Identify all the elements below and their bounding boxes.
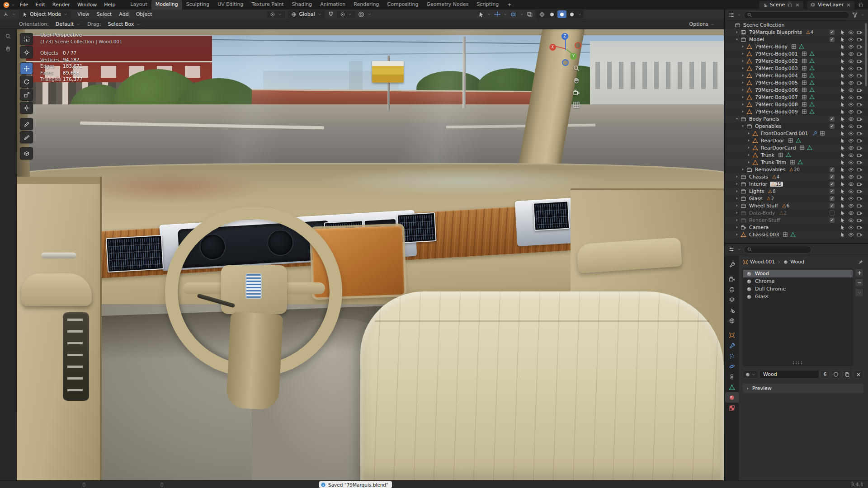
tri-right-icon[interactable] — [741, 52, 745, 56]
tri-right-icon[interactable] — [741, 95, 745, 99]
pointer-icon[interactable] — [840, 174, 845, 180]
tri-right-icon[interactable] — [735, 174, 739, 179]
eye-icon[interactable] — [848, 58, 854, 64]
pointer-icon[interactable] — [840, 188, 845, 194]
shading-rendered-button[interactable] — [567, 10, 576, 18]
pointer-icon[interactable] — [840, 44, 845, 50]
shading-chevron-icon[interactable] — [577, 12, 582, 17]
3d-scene[interactable]: User Perspective (173) Scene Collection … — [17, 29, 724, 481]
outliner-item-79merc-body-005[interactable]: 79Merc-Body.005 — [725, 79, 868, 86]
properties-editor-type-icon[interactable] — [728, 246, 735, 253]
outliner-scrollbar[interactable] — [865, 23, 867, 86]
material-slot-chrome[interactable]: Chrome — [743, 277, 853, 285]
strip-search-icon[interactable] — [5, 33, 11, 39]
pointer-icon[interactable] — [840, 58, 845, 64]
camera-vis-icon[interactable] — [857, 181, 863, 187]
pointer-icon[interactable] — [840, 51, 845, 57]
tool-annotate[interactable] — [20, 118, 33, 130]
workspace-tab-texture-paint[interactable]: Texture Paint — [248, 0, 288, 9]
eye-icon[interactable] — [848, 123, 854, 129]
pointer-icon[interactable] — [840, 73, 845, 79]
overlays-chevron-icon[interactable] — [519, 12, 524, 17]
strip-hand-icon[interactable] — [5, 46, 11, 52]
viewport-menu-add[interactable]: Add — [115, 10, 132, 18]
properties-tab-output[interactable] — [725, 284, 739, 295]
eye-icon[interactable] — [848, 87, 854, 93]
exclude-checkbox[interactable] — [830, 211, 835, 216]
gizmo-z-axis[interactable]: Z — [561, 33, 568, 40]
properties-tab-render[interactable] — [725, 274, 739, 284]
preview-panel-header[interactable]: Preview — [743, 384, 863, 393]
tri-down-icon[interactable] — [735, 37, 739, 42]
tool-transform[interactable] — [20, 102, 33, 114]
pan-icon[interactable] — [573, 77, 580, 84]
selectability-chevron-icon[interactable] — [487, 12, 491, 17]
exclude-checkbox[interactable]: ✓ — [830, 196, 835, 201]
fake-user-button[interactable] — [831, 370, 841, 379]
pointer-icon[interactable] — [840, 116, 845, 122]
tri-right-icon[interactable] — [741, 73, 745, 78]
outliner-item-wheel-stuff[interactable]: Wheel Stuff6✓ — [725, 202, 868, 209]
tool-cursor[interactable] — [20, 46, 33, 58]
properties-tab-world[interactable] — [725, 315, 739, 326]
outliner-item-openables[interactable]: Openables✓ — [725, 122, 868, 130]
blender-logo-icon[interactable] — [3, 1, 10, 9]
eye-icon[interactable] — [848, 51, 854, 57]
eye-icon[interactable] — [848, 29, 854, 35]
tri-right-icon[interactable] — [746, 145, 751, 150]
pointer-icon[interactable] — [840, 196, 845, 202]
pointer-icon[interactable] — [840, 123, 845, 129]
camera-vis-icon[interactable] — [857, 87, 863, 93]
menu-render[interactable]: Render — [49, 1, 74, 9]
camera-vis-icon[interactable] — [857, 116, 863, 122]
workspace-tab-modeling[interactable]: Modeling — [151, 0, 182, 9]
eye-icon[interactable] — [848, 94, 854, 100]
properties-tab-scene[interactable] — [725, 305, 739, 315]
outliner-item-79merc-body-003[interactable]: 79Merc-Body.003 — [725, 65, 868, 72]
eye-icon[interactable] — [848, 174, 854, 180]
camera-vis-icon[interactable] — [857, 152, 863, 158]
outliner-item-79merc-body-009[interactable]: 79Merc-Body.009 — [725, 108, 868, 115]
tri-right-icon[interactable] — [735, 218, 739, 222]
tool-measure[interactable] — [20, 131, 33, 143]
eye-icon[interactable] — [848, 196, 854, 202]
options-dropdown[interactable]: Options — [689, 21, 715, 27]
camera-vis-icon[interactable] — [857, 29, 863, 35]
properties-tab-material[interactable] — [725, 392, 739, 403]
properties-tab-object[interactable] — [725, 330, 739, 340]
eye-icon[interactable] — [848, 44, 854, 50]
proportional-chevron-icon[interactable] — [367, 12, 372, 17]
outliner-item-reardoorcard[interactable]: RearDoorCard — [725, 144, 868, 151]
properties-tab-modifiers[interactable] — [725, 340, 739, 351]
outliner-item-frontdoorcard-001[interactable]: FrontDoorCard.001 — [725, 130, 868, 137]
workspace-tab-scripting[interactable]: Scripting — [472, 0, 503, 9]
workspace-tab-shading[interactable]: Shading — [288, 0, 316, 9]
editor-type-chevron-icon[interactable] — [12, 12, 16, 17]
tri-down-icon[interactable] — [735, 117, 739, 121]
menu-edit[interactable]: Edit — [32, 1, 48, 9]
tri-right-icon[interactable] — [735, 211, 739, 215]
tool-select-box[interactable] — [20, 33, 33, 45]
pointer-icon[interactable] — [840, 232, 845, 238]
app-menu-chevron-icon[interactable] — [11, 3, 15, 7]
editor-type-icon[interactable] — [3, 11, 9, 18]
outliner-filter-icon[interactable] — [852, 12, 858, 18]
eye-icon[interactable] — [848, 116, 854, 122]
pointer-icon[interactable] — [840, 102, 845, 108]
snap-toggle-icon[interactable] — [328, 11, 334, 18]
outliner-item-interior[interactable]: Interior15✓ — [725, 180, 868, 188]
outliner-item-79merc-body-008[interactable]: 79Merc-Body.008 — [725, 101, 868, 108]
pointer-icon[interactable] — [840, 210, 845, 216]
camera-vis-icon[interactable] — [857, 210, 863, 216]
zoom-icon[interactable] — [573, 65, 580, 72]
transform-pivot-selector[interactable] — [267, 11, 285, 18]
outliner-item-chassis[interactable]: Chassis4✓ — [725, 173, 868, 180]
camera-vis-icon[interactable] — [857, 203, 863, 209]
menu-window[interactable]: Window — [74, 1, 100, 9]
pointer-icon[interactable] — [840, 167, 845, 173]
eye-icon[interactable] — [848, 181, 854, 187]
gizmo-x-neg-axis[interactable] — [575, 42, 581, 49]
eye-icon[interactable] — [848, 225, 854, 230]
outliner-item-glass[interactable]: Glass2✓ — [725, 195, 868, 202]
outliner-item-79merc-body-004[interactable]: 79Merc-Body.004 — [725, 72, 868, 79]
